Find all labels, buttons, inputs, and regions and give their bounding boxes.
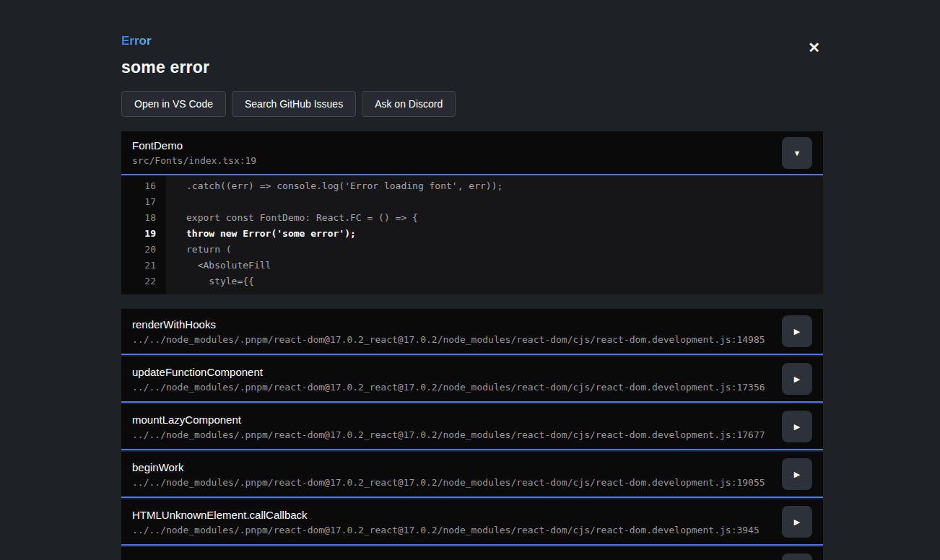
code-line: return ( — [166, 242, 823, 258]
code-line: style={{ — [166, 274, 823, 289]
stack-frame-location[interactable]: ../../node_modules/.pnpm/react-dom@17.0.… — [132, 477, 765, 488]
expand-stack-frame-button[interactable]: ▶ — [782, 458, 812, 490]
error-overlay: ✕ Error some error Open in VS Code Searc… — [121, 0, 823, 560]
code-frame-header: FontDemo src/Fonts/index.tsx:19 ▼ — [121, 131, 823, 175]
ask-on-discord-button[interactable]: Ask on Discord — [362, 91, 456, 117]
line-number: 16 — [121, 178, 166, 194]
close-icon: ✕ — [808, 40, 820, 56]
stack-frame-location[interactable]: ../../node_modules/.pnpm/react-dom@17.0.… — [132, 525, 760, 535]
code-lines: .catch((err) => console.log('Error loadi… — [166, 178, 823, 289]
expand-stack-frame-button[interactable]: ▶ — [782, 554, 812, 560]
stack-frame: renderWithHooks ../../node_modules/.pnpm… — [121, 309, 823, 355]
line-number: 22 — [121, 274, 166, 289]
line-number: 17 — [121, 194, 166, 210]
play-icon: ▶ — [794, 327, 800, 336]
code-line: export const FontDemo: React.FC = () => … — [166, 210, 823, 226]
code-frame-panel: FontDemo src/Fonts/index.tsx:19 ▼ 16 17 … — [121, 131, 823, 294]
stack-frame-location[interactable]: ../../node_modules/.pnpm/react-dom@17.0.… — [132, 382, 765, 393]
play-icon: ▶ — [794, 422, 800, 432]
collapse-code-frame-button[interactable]: ▼ — [782, 137, 812, 169]
expand-stack-frame-button[interactable]: ▶ — [782, 411, 812, 442]
expand-stack-frame-button[interactable]: ▶ — [782, 506, 812, 538]
line-number-gutter: 16 17 18 19 20 21 22 — [121, 175, 166, 294]
stack-trace-list: renderWithHooks ../../node_modules/.pnpm… — [121, 309, 823, 560]
stack-frame: updateFunctionComponent ../../node_modul… — [121, 356, 823, 403]
play-icon: ▶ — [794, 470, 800, 479]
search-github-issues-button[interactable]: Search GitHub Issues — [232, 91, 356, 117]
stack-frame: mountLazyComponent ../../node_modules/.p… — [121, 404, 823, 450]
play-icon: ▶ — [794, 517, 800, 527]
stack-frame-function-name: updateFunctionComponent — [132, 366, 765, 378]
stack-frame-partial: ▶ — [121, 547, 823, 560]
error-message-title: some error — [121, 58, 823, 77]
stack-frame-location[interactable]: ../../node_modules/.pnpm/react-dom@17.0.… — [132, 334, 765, 345]
code-line-highlighted: throw new Error('some error'); — [166, 226, 823, 242]
stack-frame-function-name: beginWork — [132, 461, 765, 473]
open-in-vscode-button[interactable]: Open in VS Code — [121, 91, 226, 117]
code-line — [166, 194, 823, 210]
code-line: <AbsoluteFill — [166, 258, 823, 274]
stack-frame: beginWork ../../node_modules/.pnpm/react… — [121, 452, 823, 498]
stack-frame-function-name: HTMLUnknownElement.callCallback — [132, 509, 760, 521]
stack-frame: HTMLUnknownElement.callCallback ../../no… — [121, 499, 823, 546]
play-icon: ▶ — [794, 375, 800, 384]
code-frame-function-name: FontDemo — [132, 139, 256, 152]
close-button[interactable]: ✕ — [808, 40, 820, 55]
code-line: .catch((err) => console.log('Error loadi… — [166, 178, 823, 194]
line-number: 18 — [121, 210, 166, 226]
error-type-label: Error — [121, 34, 152, 48]
line-number: 21 — [121, 258, 166, 274]
code-frame-location[interactable]: src/Fonts/index.tsx:19 — [132, 155, 256, 166]
code-snippet: 16 17 18 19 20 21 22 .catch((err) => con… — [121, 175, 823, 294]
line-number: 19 — [121, 226, 166, 242]
expand-stack-frame-button[interactable]: ▶ — [782, 363, 812, 395]
line-number: 20 — [121, 242, 166, 258]
action-buttons-row: Open in VS Code Search GitHub Issues Ask… — [121, 91, 823, 117]
stack-frame-location[interactable]: ../../node_modules/.pnpm/react-dom@17.0.… — [132, 429, 765, 440]
stack-frame-function-name: mountLazyComponent — [132, 414, 765, 426]
stack-frame-function-name: renderWithHooks — [132, 318, 765, 331]
chevron-down-icon: ▼ — [793, 149, 801, 157]
expand-stack-frame-button[interactable]: ▶ — [782, 315, 812, 347]
